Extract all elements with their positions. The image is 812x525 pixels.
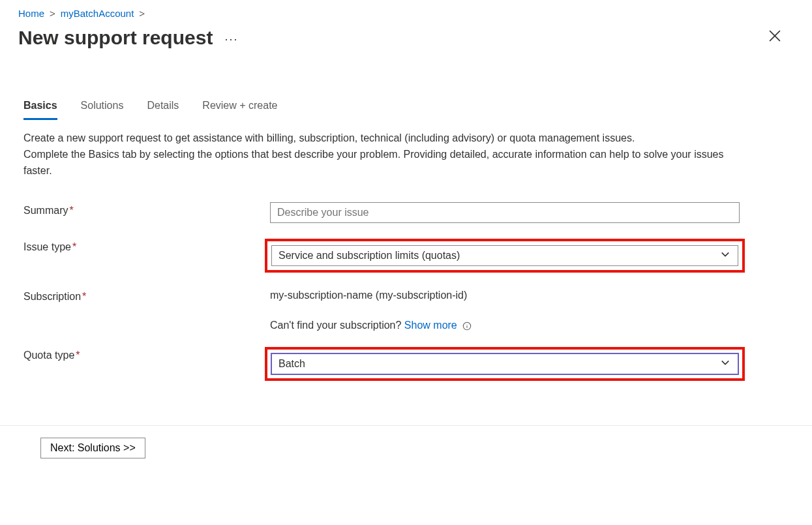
description-line-1: Create a new support request to get assi… xyxy=(23,130,733,147)
issue-type-value: Service and subscription limits (quotas) xyxy=(278,250,460,262)
breadcrumb-home[interactable]: Home xyxy=(18,8,44,19)
row-issue-type: Issue type* Service and subscription lim… xyxy=(23,239,789,273)
required-star: * xyxy=(72,241,76,252)
info-icon[interactable] xyxy=(462,322,472,331)
issue-type-label-text: Issue type xyxy=(23,241,71,252)
quota-type-highlight: Batch xyxy=(265,347,745,381)
footer: Next: Solutions >> xyxy=(0,426,812,470)
subscription-label-text: Subscription xyxy=(23,291,81,302)
more-options-icon[interactable]: ··· xyxy=(224,33,238,46)
row-subscription: Subscription* my-subscription-name (my-s… xyxy=(23,288,789,331)
quota-type-label-text: Quota type xyxy=(23,350,74,361)
quota-type-label: Quota type* xyxy=(23,347,270,361)
summary-placeholder: Describe your issue xyxy=(277,207,369,218)
subscription-hint: Can't find your subscription? Show more xyxy=(270,320,740,331)
subscription-hint-text: Can't find your subscription? xyxy=(270,320,404,331)
page-title: New support request xyxy=(18,27,213,49)
issue-type-select[interactable]: Service and subscription limits (quotas) xyxy=(271,245,738,266)
subscription-value: my-subscription-name (my-subscription-id… xyxy=(270,288,740,301)
row-summary: Summary* Describe your issue xyxy=(23,202,789,223)
svg-point-4 xyxy=(467,324,468,325)
tab-basics[interactable]: Basics xyxy=(23,96,57,120)
breadcrumb-account[interactable]: myBatchAccount xyxy=(61,8,134,19)
required-star: * xyxy=(76,350,80,361)
chevron-right-icon: > xyxy=(139,8,145,19)
description-line-2: Complete the Basics tab by selecting the… xyxy=(23,147,733,179)
summary-label: Summary* xyxy=(23,202,270,217)
close-button[interactable] xyxy=(764,25,786,49)
chevron-down-icon xyxy=(721,358,730,370)
summary-label-text: Summary xyxy=(23,205,68,216)
breadcrumb: Home > myBatchAccount > xyxy=(0,0,812,24)
required-star: * xyxy=(82,291,86,302)
next-solutions-button[interactable]: Next: Solutions >> xyxy=(40,438,145,458)
chevron-down-icon xyxy=(721,250,730,262)
summary-input[interactable]: Describe your issue xyxy=(270,202,740,223)
description-text: Create a new support request to get assi… xyxy=(0,120,757,179)
issue-type-label: Issue type* xyxy=(23,239,270,253)
chevron-right-icon: > xyxy=(50,8,55,19)
show-more-link[interactable]: Show more xyxy=(404,320,457,331)
tab-details[interactable]: Details xyxy=(147,96,179,120)
issue-type-highlight: Service and subscription limits (quotas) xyxy=(265,239,745,273)
form: Summary* Describe your issue Issue type*… xyxy=(0,179,812,381)
tab-solutions[interactable]: Solutions xyxy=(81,96,124,120)
subscription-label: Subscription* xyxy=(23,288,270,303)
page-header: New support request ··· xyxy=(0,24,812,49)
row-quota-type: Quota type* Batch xyxy=(23,347,789,381)
quota-type-value: Batch xyxy=(278,358,305,370)
quota-type-select[interactable]: Batch xyxy=(271,353,738,374)
tab-review-create[interactable]: Review + create xyxy=(202,96,277,120)
tab-bar: Basics Solutions Details Review + create xyxy=(0,96,812,120)
required-star: * xyxy=(69,205,73,216)
